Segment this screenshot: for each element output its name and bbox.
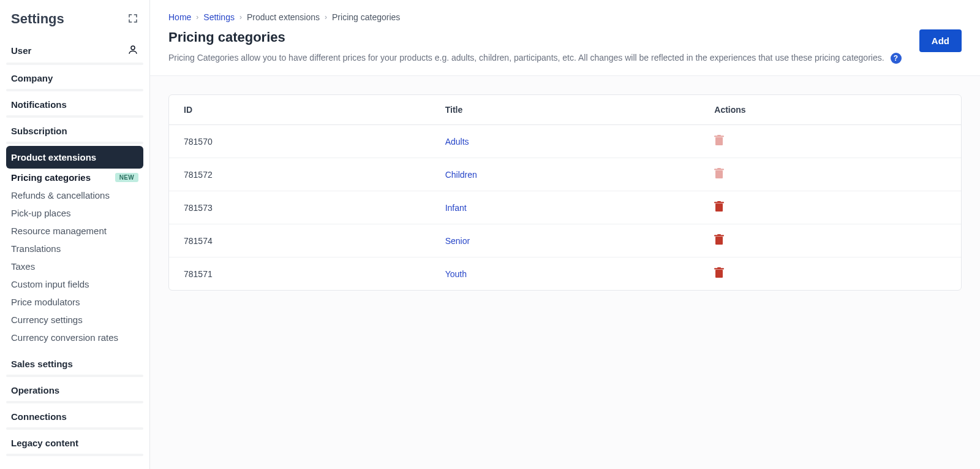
sidebar-item-connections[interactable]: Connections [6, 405, 143, 428]
trash-icon [714, 201, 724, 214]
add-button[interactable]: Add [919, 29, 962, 52]
row-title-cell: Children [431, 158, 700, 191]
svg-rect-3 [717, 135, 721, 136]
svg-rect-15 [717, 267, 721, 269]
expand-icon[interactable] [127, 13, 138, 26]
sidebar-sub-pickup[interactable]: Pick-up places [6, 204, 143, 222]
delete-button [714, 168, 724, 181]
row-title-cell: Youth [431, 257, 700, 291]
row-title-link[interactable]: Adults [445, 137, 469, 147]
table-row: 781570Adults [169, 125, 961, 158]
sidebar-item-label: Notifications [11, 99, 67, 110]
row-id: 781571 [169, 257, 431, 291]
svg-rect-1 [715, 137, 723, 145]
delete-button[interactable] [714, 201, 724, 214]
row-title-cell: Senior [431, 224, 700, 257]
row-actions [699, 125, 961, 158]
trash-icon [714, 267, 724, 280]
breadcrumb-current: Pricing categories [332, 12, 400, 22]
breadcrumb-home[interactable]: Home [168, 12, 191, 22]
row-title-link[interactable]: Infant [445, 203, 467, 213]
row-id: 781573 [169, 191, 431, 224]
sidebar-item-sales-settings[interactable]: Sales settings [6, 353, 143, 375]
sidebar-item-label: Connections [11, 411, 67, 422]
page-header: Home › Settings › Product extensions › P… [150, 0, 980, 76]
breadcrumb: Home › Settings › Product extensions › P… [168, 12, 962, 22]
delete-button [714, 135, 724, 148]
svg-rect-9 [717, 201, 721, 202]
breadcrumb-settings[interactable]: Settings [203, 12, 235, 22]
chevron-right-icon: › [196, 13, 198, 21]
sidebar-item-label: Pricing categories [11, 172, 91, 183]
sidebar-item-label: Currency settings [11, 315, 83, 325]
trash-icon [714, 168, 724, 181]
sidebar-item-legacy-content[interactable]: Legacy content [6, 432, 143, 454]
sidebar-sub-taxes[interactable]: Taxes [6, 257, 143, 275]
sidebar-item-label: Currency conversion rates [11, 332, 118, 343]
sidebar-item-user[interactable]: User [6, 38, 143, 63]
sidebar-item-notifications[interactable]: Notifications [6, 93, 143, 116]
table-row: 781572Children [169, 158, 961, 191]
sidebar-item-label: Custom input fields [11, 279, 89, 289]
svg-rect-7 [715, 204, 723, 212]
sidebar-sub-currency-rates[interactable]: Currency conversion rates [6, 329, 143, 346]
sidebar-nav-primary: User Company Notifications Subscription … [6, 38, 143, 169]
page-heading-block: Pricing categories Pricing Categories al… [168, 29, 902, 64]
sidebar-sub-refunds[interactable]: Refunds & cancellations [6, 186, 143, 204]
sidebar-item-subscription[interactable]: Subscription [6, 120, 143, 142]
svg-rect-6 [717, 168, 721, 169]
sidebar-nav-tail: Sales settings Operations Connections Le… [6, 353, 143, 454]
sidebar-sub-currency-settings[interactable]: Currency settings [6, 311, 143, 329]
sidebar-sub-translations[interactable]: Translations [6, 240, 143, 257]
row-title-cell: Infant [431, 191, 700, 224]
sidebar-item-label: Legacy content [11, 438, 78, 448]
sidebar-item-label: Translations [11, 243, 61, 254]
sidebar-item-label: Sales settings [11, 359, 73, 369]
row-id: 781574 [169, 224, 431, 257]
svg-rect-12 [717, 234, 721, 235]
row-actions [699, 224, 961, 257]
row-actions [699, 158, 961, 191]
svg-point-0 [131, 46, 135, 50]
page-description: Pricing Categories allow you to have dif… [168, 53, 884, 63]
sidebar-sub-price-modulators[interactable]: Price modulators [6, 293, 143, 311]
sidebar-sub-resource[interactable]: Resource management [6, 222, 143, 240]
sidebar-sub-custom-input[interactable]: Custom input fields [6, 275, 143, 293]
col-header-title: Title [431, 95, 700, 125]
sidebar-item-label: Resource management [11, 226, 107, 236]
sidebar-item-product-extensions[interactable]: Product extensions [6, 146, 143, 169]
row-title-link[interactable]: Youth [445, 269, 467, 279]
breadcrumb-product-extensions: Product extensions [247, 12, 320, 22]
table-row: 781571Youth [169, 257, 961, 291]
sidebar-item-label: Taxes [11, 261, 35, 272]
sidebar-item-operations[interactable]: Operations [6, 379, 143, 402]
row-title-link[interactable]: Senior [445, 236, 470, 246]
delete-button[interactable] [714, 234, 724, 247]
row-title-link[interactable]: Children [445, 170, 477, 180]
delete-button[interactable] [714, 267, 724, 280]
sidebar-subnav: Pricing categories NEW Refunds & cancell… [6, 169, 143, 346]
table-row: 781574Senior [169, 224, 961, 257]
chevron-right-icon: › [325, 13, 327, 21]
sidebar-item-label: Refunds & cancellations [11, 190, 110, 200]
col-header-actions: Actions [699, 95, 961, 125]
row-id: 781572 [169, 158, 431, 191]
sidebar-sub-pricing-categories[interactable]: Pricing categories NEW [6, 169, 143, 186]
person-icon [127, 44, 138, 57]
sidebar-item-company[interactable]: Company [6, 67, 143, 90]
sidebar-item-label: Company [11, 73, 53, 83]
chevron-right-icon: › [239, 13, 242, 21]
svg-rect-4 [715, 170, 723, 178]
row-actions [699, 257, 961, 291]
sidebar-item-label: Subscription [11, 126, 67, 136]
sidebar-item-label: Price modulators [11, 297, 80, 307]
table-row: 781573Infant [169, 191, 961, 224]
trash-icon [714, 135, 724, 148]
pricing-categories-table-card: ID Title Actions 781570Adults 781572Chil… [168, 94, 962, 291]
page-description-line: Pricing Categories allow you to have dif… [168, 51, 902, 64]
svg-rect-13 [715, 270, 723, 278]
row-id: 781570 [169, 125, 431, 158]
trash-icon [714, 234, 724, 247]
content-body: ID Title Actions 781570Adults 781572Chil… [150, 76, 980, 469]
help-icon[interactable]: ? [891, 53, 902, 64]
